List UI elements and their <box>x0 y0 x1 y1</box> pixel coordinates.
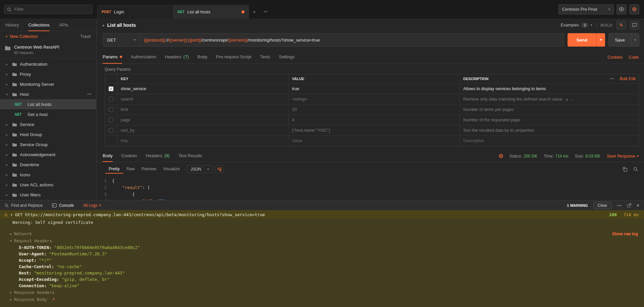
param-key[interactable]: limit <box>117 105 288 115</box>
tab-response-body[interactable]: Body <box>103 150 113 162</box>
save-button[interactable]: Save ▾ <box>608 33 639 47</box>
param-key[interactable]: show_service <box>117 84 288 94</box>
tab-apis[interactable]: APIs <box>59 22 68 31</box>
tab-headers[interactable]: Headers(7) <box>165 51 189 64</box>
param-row-sort-by[interactable]: sort_by{"host.name":"ASC"}Sort the resul… <box>105 125 639 135</box>
param-checkbox-cell[interactable] <box>105 94 117 104</box>
sidebar-folder-icons[interactable]: ▸Icons <box>0 170 96 180</box>
tab-list-all-hosts[interactable]: GET List all hosts <box>173 5 249 18</box>
sidebar-folder-downtime[interactable]: ▸Downtime <box>0 160 96 170</box>
close-console-button[interactable]: × <box>637 203 639 208</box>
checkbox-unchecked[interactable] <box>109 118 113 122</box>
sidebar-request-get-a-host[interactable]: GETGet a host <box>0 109 96 119</box>
param-value[interactable]: true <box>288 84 460 94</box>
sidebar-request-list-all-hosts[interactable]: GETList all hosts <box>0 99 96 109</box>
examples-dropdown[interactable]: Examples 3 ▾ <box>561 23 592 27</box>
param-row-page[interactable]: page4Number of the requested page <box>105 115 639 125</box>
show-raw-log-link[interactable]: Show raw log <box>612 232 638 236</box>
param-checkbox-cell[interactable] <box>105 115 117 125</box>
param-description[interactable]: Retrieve only data matching the defined … <box>460 94 639 104</box>
checkbox-checked[interactable]: ✓ <box>109 86 113 91</box>
tab-options-icon[interactable]: ••• <box>260 5 272 18</box>
tab-test-results[interactable]: Test Results <box>178 150 202 162</box>
view-raw[interactable]: Raw <box>123 165 138 174</box>
environment-selector[interactable]: Centreon Pre Prod ▾ <box>558 4 614 14</box>
copy-button[interactable] <box>623 167 627 172</box>
sidebar-folder-acknowledgement[interactable]: ▸Acknowledgement <box>0 149 96 160</box>
param-checkbox-cell[interactable]: ✓ <box>105 84 117 94</box>
tab-body[interactable]: Body <box>198 51 208 64</box>
param-row-show-service[interactable]: ✓show_servicetrueAllows to display servi… <box>105 83 639 94</box>
description-overflow-icon[interactable]: … <box>570 97 575 102</box>
environment-quick-look-button[interactable] <box>616 4 627 14</box>
log-filter-dropdown[interactable]: All Logs ▾ <box>83 203 101 208</box>
param-row-search[interactable]: search<string>Retrieve only data matchin… <box>105 94 639 104</box>
sidebar-folder-user-filters[interactable]: ▸User filters <box>0 190 96 200</box>
tab-pre-request-script[interactable]: Pre-request Script <box>216 51 251 64</box>
param-description[interactable]: Number of items per pages <box>460 105 639 115</box>
console-response-body-toggle[interactable]: ▸ Response Body ↗ <box>0 296 644 303</box>
trash-button[interactable]: Trash <box>80 34 91 39</box>
console-network-toggle[interactable]: ▸ Network <box>0 230 644 237</box>
settings-button[interactable]: ⚙ <box>629 4 639 14</box>
bulk-edit-link[interactable]: Bulk Edit <box>620 76 636 81</box>
param-checkbox-cell[interactable] <box>105 125 117 135</box>
param-value[interactable]: {"host.name":"ASC"} <box>288 125 460 135</box>
console-request-headers-toggle[interactable]: ▾ Request Headers <box>0 237 644 244</box>
console-log-entry[interactable]: ⚠ ▾ GET https://monitoring-preprod.compa… <box>0 210 644 219</box>
find-and-replace-button[interactable]: Find and Replace <box>5 203 43 208</box>
param-row-limit[interactable]: limit20Number of items per pages <box>105 104 639 115</box>
console-response-headers-toggle[interactable]: ▸ Response Headers <box>0 289 644 296</box>
checkbox-unchecked[interactable] <box>109 97 113 102</box>
sidebar-folder-user-acl-actions[interactable]: ▸User ACL actions <box>0 180 96 190</box>
save-options-button[interactable]: ▾ <box>631 34 639 46</box>
chevron-down-icon[interactable]: ▾ <box>11 213 12 217</box>
param-description[interactable]: Description <box>460 136 639 146</box>
response-body-code[interactable]: 1{2 "result": [3 {4 "id": 174, <box>97 176 644 200</box>
tab-collections[interactable]: Collections <box>28 22 50 31</box>
param-value[interactable]: <string> <box>288 94 460 104</box>
param-key[interactable]: search <box>117 94 288 104</box>
chevron-right-icon[interactable]: ▸ <box>103 23 105 27</box>
comments-button[interactable] <box>630 21 639 29</box>
send-label[interactable]: Send <box>568 33 596 47</box>
console-tab[interactable]: Console <box>52 203 74 208</box>
tab-tests[interactable]: Tests <box>260 51 270 64</box>
param-description[interactable]: Allows to display services belonging to … <box>460 84 639 94</box>
url-input[interactable]: {{protocol}}://{{server}}:{{port}}/centr… <box>140 34 564 46</box>
param-description[interactable]: Sort the resulted data by its properties <box>460 125 639 135</box>
param-key[interactable]: page <box>117 115 288 125</box>
sidebar-folder-host[interactable]: ▾Host••• <box>0 89 96 99</box>
sidebar-folder-authentication[interactable]: ▸Authentication <box>0 59 96 69</box>
param-checkbox-cell[interactable] <box>105 105 117 115</box>
edit-request-button[interactable]: ✎ <box>616 21 626 29</box>
tab-response-headers[interactable]: Headers(9) <box>146 150 170 162</box>
console-more-icon[interactable]: ••• <box>617 203 622 207</box>
checkbox-unchecked[interactable] <box>109 107 113 112</box>
param-description[interactable]: Number of the requested page <box>460 115 639 125</box>
tab-authorization[interactable]: Authorization <box>131 51 156 64</box>
param-value[interactable]: 20 <box>288 105 460 115</box>
cookies-link[interactable]: Cookies <box>607 55 623 60</box>
param-value[interactable]: 4 <box>288 115 460 125</box>
sidebar-folder-monitoring-server[interactable]: ▸Monitoring Server <box>0 79 96 89</box>
new-tab-button[interactable]: + <box>249 5 260 18</box>
sidebar-folder-proxy[interactable]: ▸Proxy <box>0 69 96 79</box>
tab-history[interactable]: History <box>5 22 19 31</box>
param-key[interactable]: Key <box>117 136 288 146</box>
send-options-button[interactable]: ▾ <box>596 33 605 47</box>
filter-input[interactable] <box>4 5 93 14</box>
param-row-placeholder[interactable]: KeyValueDescription <box>105 135 639 146</box>
tab-login[interactable]: POST Login <box>97 5 173 18</box>
method-selector[interactable]: GET ▾ <box>103 34 140 46</box>
new-collection-button[interactable]: + New Collection <box>5 34 38 39</box>
tab-response-cookies[interactable]: Cookies <box>121 150 137 162</box>
sidebar-folder-service[interactable]: ▸Service <box>0 119 96 129</box>
param-value[interactable]: Value <box>288 136 460 146</box>
send-button[interactable]: Send ▾ <box>568 33 605 47</box>
external-link-icon[interactable]: ↗ <box>52 297 55 302</box>
param-key[interactable]: sort_by <box>117 125 288 135</box>
sidebar-folder-service-group[interactable]: ▸Service Group <box>0 139 96 149</box>
format-selector[interactable]: JSON ▾ <box>187 165 212 173</box>
tab-settings[interactable]: Settings <box>279 51 294 64</box>
